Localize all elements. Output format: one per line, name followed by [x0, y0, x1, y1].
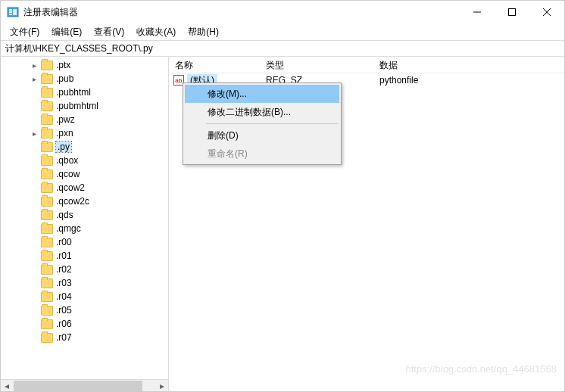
maximize-button[interactable]: [495, 1, 529, 23]
ctx-separator: [206, 123, 338, 124]
chevron-right-icon: [30, 278, 39, 288]
tree-scrollbar-horizontal[interactable]: ◂ ▸: [1, 379, 168, 391]
col-data[interactable]: 数据: [373, 57, 564, 73]
tree-item-label: .pub: [56, 73, 73, 84]
tree-item[interactable]: .pubhtml: [1, 86, 168, 99]
tree-item[interactable]: ▸.ptx: [1, 58, 168, 72]
context-menu: 修改(M)... 修改二进制数据(B)... 删除(D) 重命名(R): [183, 82, 342, 165]
folder-icon: [41, 61, 53, 70]
chevron-right-icon: [30, 251, 39, 261]
tree-item[interactable]: ▸.pub: [1, 72, 168, 86]
scroll-left-icon[interactable]: ◂: [1, 381, 13, 391]
minimize-button[interactable]: [460, 1, 495, 23]
tree-item-label: .r05: [56, 305, 72, 316]
tree-item[interactable]: .qbox: [1, 154, 168, 167]
folder-icon: [41, 129, 53, 138]
menu-favorites[interactable]: 收藏夹(A): [132, 24, 180, 40]
folder-icon: [41, 292, 53, 302]
tree-item-label: .qcow: [56, 169, 80, 179]
window-title: 注册表编辑器: [23, 6, 460, 19]
tree-item[interactable]: .r00: [1, 235, 168, 249]
tree-item-label: .r04: [56, 291, 72, 302]
tree-item-label: .r06: [56, 319, 72, 329]
folder-icon: [41, 210, 53, 220]
tree-item[interactable]: .r07: [1, 331, 168, 344]
ctx-delete[interactable]: 删除(D): [185, 126, 339, 145]
tree-item-label: .pubhtml: [56, 87, 91, 98]
tree-item-label: .pxn: [56, 128, 73, 138]
tree-item[interactable]: .pwz: [1, 113, 168, 126]
chevron-right-icon: [30, 210, 39, 220]
menu-file[interactable]: 文件(F): [5, 24, 44, 40]
folder-icon: [41, 319, 53, 329]
title-bar: 注册表编辑器: [1, 1, 564, 23]
tree-item[interactable]: .r04: [1, 290, 168, 303]
address-bar[interactable]: 计算机\HKEY_CLASSES_ROOT\.py: [1, 40, 564, 57]
address-text: 计算机\HKEY_CLASSES_ROOT\.py: [5, 42, 153, 55]
tree-item[interactable]: .qmgc: [1, 222, 168, 235]
menu-edit[interactable]: 编辑(E): [47, 24, 86, 40]
chevron-right-icon: [30, 156, 39, 166]
tree-item-label: .r00: [56, 237, 72, 247]
folder-icon: [41, 170, 53, 179]
chevron-right-icon: [30, 319, 39, 329]
chevron-right-icon: [30, 115, 39, 125]
tree-item[interactable]: .r02: [1, 263, 168, 276]
tree-item[interactable]: .qcow: [1, 167, 168, 181]
chevron-right-icon[interactable]: ▸: [30, 61, 39, 70]
tree-item[interactable]: .r05: [1, 303, 168, 317]
tree-item[interactable]: .qds: [1, 208, 168, 222]
tree-item-label: .qmgc: [56, 223, 81, 234]
folder-icon: [41, 101, 53, 111]
chevron-right-icon[interactable]: ▸: [30, 129, 39, 138]
scroll-right-icon[interactable]: ▸: [156, 381, 168, 391]
value-data: pythonfile: [373, 75, 564, 86]
tree-panel: ▸.ptx▸.pub.pubhtml.pubmhtml.pwz▸.pxn.py.…: [1, 57, 169, 391]
tree-item[interactable]: ▸.pxn: [1, 126, 168, 140]
col-type[interactable]: 类型: [260, 57, 373, 73]
tree-item[interactable]: .qcow2c: [1, 194, 168, 208]
menu-help[interactable]: 帮助(H): [183, 24, 223, 40]
tree-item[interactable]: .qcow2: [1, 181, 168, 194]
ctx-modify-binary[interactable]: 修改二进制数据(B)...: [185, 103, 339, 121]
chevron-right-icon[interactable]: ▸: [30, 74, 39, 84]
tree-item-label: .qds: [56, 210, 73, 220]
folder-icon: [41, 74, 53, 84]
folder-icon: [41, 333, 53, 343]
svg-rect-4: [13, 9, 17, 15]
folder-icon: [41, 306, 53, 316]
chevron-right-icon: [30, 197, 39, 207]
tree-item-label: .qcow2: [56, 182, 85, 193]
tree-item-label: .py: [56, 142, 71, 152]
chevron-right-icon: [30, 238, 39, 247]
menu-bar: 文件(F) 编辑(E) 查看(V) 收藏夹(A) 帮助(H): [1, 23, 564, 40]
list-header: 名称 类型 数据: [169, 57, 564, 73]
scroll-thumb[interactable]: [14, 381, 142, 391]
folder-icon: [41, 183, 53, 193]
tree-item[interactable]: .r01: [1, 249, 168, 263]
tree-item-label: .r03: [56, 278, 72, 288]
menu-view[interactable]: 查看(V): [89, 24, 129, 40]
tree-item[interactable]: .r03: [1, 276, 168, 290]
chevron-right-icon: [30, 224, 39, 234]
tree-item-label: .pubmhtml: [56, 101, 98, 111]
col-name[interactable]: 名称: [169, 57, 260, 73]
folder-icon: [41, 278, 53, 288]
tree-item[interactable]: .pubmhtml: [1, 99, 168, 113]
tree-item-label: .r07: [56, 332, 72, 343]
chevron-right-icon: [30, 292, 39, 302]
tree-item[interactable]: .r06: [1, 317, 168, 331]
ctx-rename: 重命名(R): [185, 145, 339, 163]
tree-item-label: .ptx: [56, 60, 70, 70]
chevron-right-icon: [30, 183, 39, 193]
ctx-modify[interactable]: 修改(M)...: [185, 85, 339, 103]
folder-icon: [41, 115, 53, 125]
chevron-right-icon: [30, 142, 39, 152]
folder-icon: [41, 88, 53, 98]
chevron-right-icon: [30, 101, 39, 111]
tree-item[interactable]: .py: [1, 140, 168, 154]
chevron-right-icon: [30, 333, 39, 343]
chevron-right-icon: [30, 265, 39, 275]
tree-item-label: .qbox: [56, 155, 78, 166]
close-button[interactable]: [529, 1, 564, 23]
